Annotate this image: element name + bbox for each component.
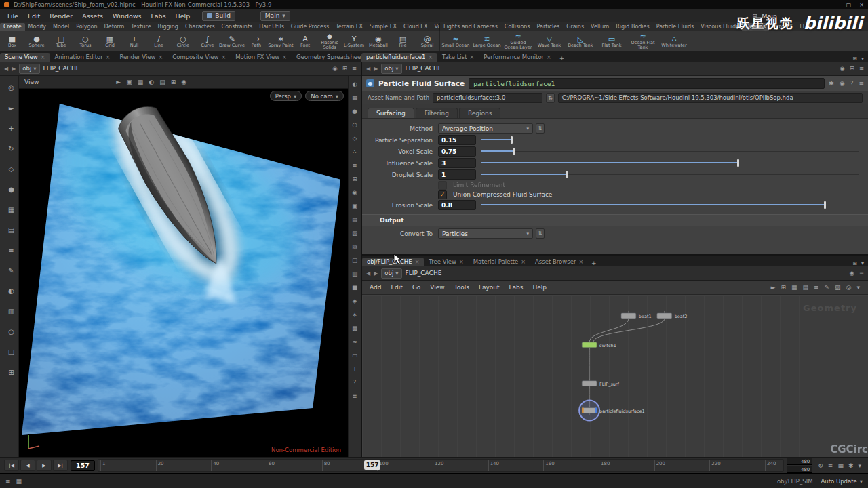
playhead-marker[interactable]: 157	[364, 460, 380, 470]
shelf-tab-hair-utils[interactable]: Hair Utils	[256, 23, 288, 31]
value-field-droplet-scale[interactable]: 1	[438, 169, 476, 180]
scale-tool[interactable]: ◇	[7, 164, 16, 174]
pane-tab-performance-monitor[interactable]: Performance Monitor×	[479, 53, 556, 62]
shelf-tool-curve[interactable]: ∫Curve	[195, 31, 220, 51]
node-body[interactable]	[582, 342, 597, 348]
smooth-shade-icon[interactable]: ●	[351, 107, 359, 115]
menubar-item-assets[interactable]: Assets	[77, 12, 108, 20]
param-tab-surfacing[interactable]: Surfacing	[368, 108, 414, 118]
close-tab-icon[interactable]: ×	[282, 54, 287, 60]
shelf-tab-characters[interactable]: Characters	[182, 23, 218, 31]
network-node-flip-surf[interactable]: FLIP_surf	[582, 379, 619, 388]
node-render-flag[interactable]	[582, 408, 583, 413]
camera-tool[interactable]: □	[7, 347, 16, 357]
slider-handle[interactable]	[737, 159, 739, 167]
onion-skin-icon[interactable]: ◈	[351, 297, 359, 305]
shaded-mode-icon[interactable]: ◐	[351, 80, 359, 88]
network-node-boat2[interactable]: boat2	[657, 311, 688, 321]
hud-icon[interactable]: ▭	[351, 351, 359, 359]
texture-icon[interactable]: ▧	[351, 229, 359, 237]
shelf-tab-modify[interactable]: Modify	[25, 23, 50, 31]
shelf-tab-terrain-fx[interactable]: Terrain FX	[332, 23, 366, 31]
mirror-tool[interactable]: ▥	[7, 306, 16, 316]
split-pane-icon[interactable]: ⊞	[342, 65, 347, 72]
pane-menu-icon[interactable]: ≡	[859, 65, 864, 72]
light-tool[interactable]: ○	[7, 327, 16, 336]
network-menu-help[interactable]: Help	[528, 283, 551, 291]
loop-mode-icon[interactable]: ↻	[818, 462, 823, 469]
chevron-down-icon[interactable]: ▾	[858, 462, 861, 469]
shelf-tool-spiral[interactable]: @Spiral	[415, 31, 439, 51]
close-tab-icon[interactable]: ×	[547, 54, 551, 60]
shelf-tab-create[interactable]: Create	[0, 23, 25, 31]
path-node-name[interactable]: FLIP_CACHE	[406, 65, 442, 72]
shelf-tool-l-system[interactable]: YL-System	[342, 31, 366, 51]
dropdown-method[interactable]: Average Position▾	[438, 123, 533, 134]
pane-menu-icon[interactable]: ≡	[352, 65, 357, 72]
slider-handle[interactable]	[513, 148, 515, 155]
value-field-influence-scale[interactable]: 3	[438, 158, 476, 168]
split-pane-icon[interactable]: ⊞	[850, 65, 854, 72]
value-field-erosion-scale[interactable]: 0.8	[438, 200, 476, 210]
shelf-tool-circle[interactable]: ○Circle	[171, 31, 195, 51]
shelf-tab-lights-and-cameras[interactable]: Lights and Cameras	[440, 23, 501, 31]
shelf-tab-cloud-fx[interactable]: Cloud FX	[400, 23, 431, 31]
search-icon[interactable]: ◎	[846, 284, 852, 291]
asset-name-field[interactable]: particlefluidsurface::3.0	[433, 93, 542, 103]
slider-droplet-scale[interactable]	[481, 170, 859, 179]
close-tab-icon[interactable]: ×	[106, 54, 111, 60]
shelf-tool-sphere[interactable]: ●Sphere	[24, 31, 49, 51]
context-chip[interactable]: obj ▾	[381, 268, 401, 279]
slider-particle-separation[interactable]	[481, 136, 859, 144]
shelf-tool-large-ocean[interactable]: ≋Large Ocean	[471, 31, 502, 51]
handles-icon[interactable]: +	[351, 365, 359, 373]
shelf-tab-rigging[interactable]: Rigging	[155, 23, 182, 31]
shelf-tab-viscous-fluids[interactable]: Viscous Fluids	[697, 23, 742, 31]
list-view-icon[interactable]: ▤	[802, 284, 808, 291]
new-pane-tab-button[interactable]: +	[556, 55, 568, 62]
shelf-tab-volume[interactable]: Volume	[431, 23, 439, 31]
grid-toggle-icon[interactable]: ⊞	[171, 79, 176, 85]
shelf-tab-guide-process[interactable]: Guide Process	[288, 23, 332, 31]
pin-icon[interactable]: ◉	[332, 65, 337, 72]
camera-selector[interactable]: No cam ▾	[305, 91, 344, 101]
group-select-icon[interactable]: ▦	[138, 79, 144, 85]
shelf-tool-metaball[interactable]: ◉Metaball	[366, 31, 391, 51]
range-end-field[interactable]: 480	[787, 458, 812, 465]
dropdown-convert-to[interactable]: Particles▾	[438, 228, 533, 239]
view-menu-label[interactable]: View	[24, 79, 39, 85]
menubar-item-windows[interactable]: Windows	[108, 12, 146, 20]
pane-tab-take-list[interactable]: Take List×	[437, 53, 479, 62]
network-tab-asset-browser[interactable]: Asset Browser×	[530, 258, 588, 266]
snap-options-icon[interactable]: ▤	[159, 79, 165, 85]
node-display-flag[interactable]	[595, 408, 597, 413]
field-guide-icon[interactable]: ▥	[351, 270, 359, 278]
shelf-tool-line[interactable]: /Line	[146, 31, 171, 51]
pane-menu-icon[interactable]: ≡	[859, 270, 864, 277]
path-node-name[interactable]: FLIP_CACHE	[406, 270, 442, 277]
update-mode-selector[interactable]: Auto Update ▾	[821, 478, 863, 485]
shelf-tool-guided-ocean-layer[interactable]: ≈Guided Ocean Layer	[502, 31, 534, 51]
spinner-buttons[interactable]: ⇅	[536, 228, 545, 239]
pane-menu-icon[interactable]: ▾	[861, 260, 864, 266]
shelf-tool-grid[interactable]: ▦Grid	[98, 31, 122, 51]
shelf-tool-beach-tank[interactable]: ◺Beach Tank	[565, 31, 596, 51]
camera-mask-icon[interactable]: □	[351, 256, 359, 264]
node-body[interactable]	[657, 313, 672, 319]
shelf-tab-texture[interactable]: Texture	[127, 23, 154, 31]
message-log-icon[interactable]: ≡	[5, 478, 11, 485]
back-icon[interactable]: ◀	[4, 66, 8, 72]
play-button[interactable]: ▶	[37, 460, 52, 471]
shelf-tool-font[interactable]: AFont	[293, 31, 317, 51]
frame-all-icon[interactable]: ⊞	[781, 284, 786, 291]
forward-icon[interactable]: ▶	[374, 66, 378, 72]
shelf-tool-small-ocean[interactable]: ≈Small Ocean	[440, 31, 471, 51]
split-pane-icon[interactable]: ⊞	[852, 56, 857, 62]
shelf-tool-path[interactable]: →Path	[244, 31, 269, 51]
color-palette-icon[interactable]: ▧	[835, 284, 841, 291]
visibility-icon[interactable]: ◐	[149, 79, 154, 85]
desktop-right-label[interactable]: Main	[762, 12, 777, 20]
shelf-tab-pyro-fx[interactable]: Pyro FX	[769, 23, 796, 31]
options-icon[interactable]: ≣	[351, 392, 359, 400]
global-range-end-field[interactable]: 480	[787, 466, 812, 473]
